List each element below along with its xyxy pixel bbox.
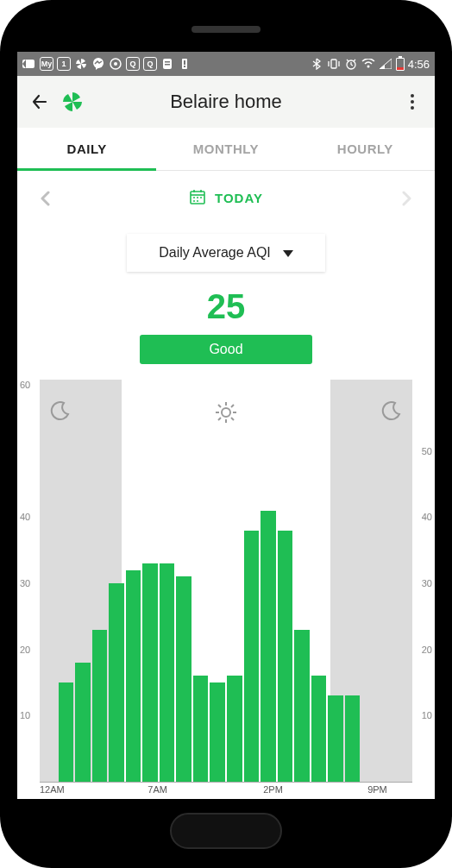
svg-rect-12 xyxy=(331,60,336,68)
svg-rect-10 xyxy=(184,60,185,65)
y-tick: 20 xyxy=(422,645,432,655)
app-badge-icon: 1 xyxy=(57,57,71,71)
vibrate-icon xyxy=(327,57,341,71)
y-tick: 10 xyxy=(422,710,432,720)
x-tick: 2PM xyxy=(263,784,283,795)
signal-icon xyxy=(379,57,392,71)
wifi-icon xyxy=(361,57,375,71)
svg-point-5 xyxy=(114,62,117,66)
screen: My 1 Q Q xyxy=(17,52,435,799)
menu-button[interactable] xyxy=(402,91,423,112)
app-badge-icon: Q xyxy=(126,57,140,71)
status-right: 4:56 xyxy=(310,57,430,71)
bar xyxy=(160,563,175,782)
aqi-value: 25 xyxy=(17,287,435,326)
bar xyxy=(109,583,124,782)
bar xyxy=(75,663,91,782)
doc-icon xyxy=(160,57,174,71)
prev-day-button[interactable] xyxy=(38,191,53,206)
svg-point-27 xyxy=(193,197,195,198)
warning-icon xyxy=(178,57,191,71)
phone-speaker xyxy=(191,26,261,33)
bar xyxy=(142,563,158,782)
bar xyxy=(176,576,191,782)
y-tick: 50 xyxy=(422,446,432,456)
status-time: 4:56 xyxy=(408,58,430,71)
tabs: DAILY MONTHLY HOURLY xyxy=(17,128,435,171)
x-tick: 12AM xyxy=(40,784,65,795)
app-badge-icon: My xyxy=(40,57,53,71)
date-label: TODAY xyxy=(215,191,263,205)
y-tick: 10 xyxy=(20,710,30,720)
phone-frame: My 1 Q Q xyxy=(0,0,452,868)
tab-monthly[interactable]: MONTHLY xyxy=(156,128,295,170)
svg-marker-21 xyxy=(380,59,392,69)
bluetooth-icon xyxy=(310,57,323,71)
bar xyxy=(244,531,260,782)
phone-home-button[interactable] xyxy=(170,813,282,849)
bar xyxy=(210,682,225,782)
svg-marker-3 xyxy=(96,67,99,70)
target-icon xyxy=(109,57,122,71)
svg-marker-32 xyxy=(283,250,293,257)
bar xyxy=(59,682,74,782)
svg-point-30 xyxy=(193,200,195,202)
svg-point-20 xyxy=(367,66,369,68)
app-badge-icon: Q xyxy=(143,57,157,71)
y-tick: 60 xyxy=(20,380,30,390)
svg-line-19 xyxy=(354,60,355,61)
y-axis-right: 5040302010 xyxy=(412,380,435,799)
y-tick: 40 xyxy=(20,512,30,522)
x-tick: 7AM xyxy=(148,784,167,795)
page-title: Belaire home xyxy=(60,91,392,113)
tab-daily[interactable]: DAILY xyxy=(17,128,156,170)
bar xyxy=(294,630,310,782)
back-button[interactable] xyxy=(29,91,50,112)
plot-area: 12AM7AM2PM9PM xyxy=(40,380,412,799)
dropdown-label: Daily Average AQI xyxy=(159,245,271,261)
bar xyxy=(227,676,242,782)
bar xyxy=(328,695,343,782)
svg-point-29 xyxy=(200,197,202,198)
bar xyxy=(345,695,361,782)
svg-rect-7 xyxy=(165,61,170,63)
calendar-icon xyxy=(189,188,206,208)
aqi-status-badge: Good xyxy=(140,335,312,364)
status-bar: My 1 Q Q xyxy=(17,52,435,76)
date-navigator: TODAY xyxy=(17,171,435,218)
bar xyxy=(126,570,141,782)
bars xyxy=(40,385,412,782)
svg-point-31 xyxy=(197,200,198,202)
next-day-button[interactable] xyxy=(399,191,414,206)
chevron-down-icon xyxy=(283,245,293,261)
notification-icon xyxy=(22,57,36,71)
app-header: Belaire home xyxy=(17,76,435,128)
bar xyxy=(278,531,293,782)
bar xyxy=(261,511,276,782)
bar xyxy=(193,676,209,782)
y-tick: 20 xyxy=(20,645,30,655)
date-display[interactable]: TODAY xyxy=(189,188,263,208)
messenger-icon xyxy=(91,57,105,71)
svg-point-28 xyxy=(197,197,198,198)
svg-rect-11 xyxy=(184,66,185,67)
battery-icon xyxy=(396,58,405,71)
y-tick: 30 xyxy=(422,578,432,588)
svg-line-17 xyxy=(351,65,353,66)
y-tick: 30 xyxy=(20,578,30,588)
y-tick: 40 xyxy=(422,512,432,522)
content: TODAY Daily Average AQI 25 Good xyxy=(17,171,435,380)
metric-dropdown[interactable]: Daily Average AQI xyxy=(127,234,325,272)
bar xyxy=(92,630,108,782)
y-axis-left: 6040302010 xyxy=(17,380,40,799)
status-left: My 1 Q Q xyxy=(22,57,191,71)
x-axis: 12AM7AM2PM9PM xyxy=(40,782,412,799)
x-tick: 9PM xyxy=(367,784,387,795)
alarm-icon xyxy=(344,57,358,71)
svg-rect-8 xyxy=(165,64,170,66)
chart: 6040302010 12AM7AM2PM9PM 504 xyxy=(17,380,435,799)
bar xyxy=(311,676,327,782)
svg-line-18 xyxy=(347,60,348,61)
pinwheel-icon xyxy=(74,57,88,71)
tab-hourly[interactable]: HOURLY xyxy=(296,128,435,170)
